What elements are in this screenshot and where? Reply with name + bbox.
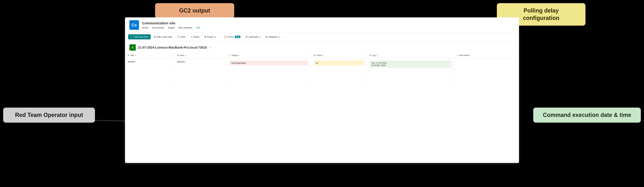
- integrate-icon: ⊞: [266, 36, 268, 38]
- col-ticker-icon: ⊞: [314, 54, 315, 56]
- export-label: Export: [207, 36, 214, 38]
- grid-icon: ⊞: [154, 36, 156, 38]
- row-title-value: random: [128, 60, 135, 63]
- share-icon: ↗: [190, 36, 192, 38]
- nav-documents[interactable]: Documents: [152, 26, 164, 29]
- integrate-label: Integrate: [268, 36, 277, 38]
- site-logo: Cs: [130, 20, 139, 30]
- table-container: ⊞ Title ∨ ⊞ Input ∨: [125, 52, 519, 83]
- export-icon: ⊞: [204, 36, 206, 38]
- add-new-item-button[interactable]: + + Add new item: [128, 34, 151, 40]
- share-button[interactable]: ↗ Share: [188, 34, 201, 40]
- col-header-ticker[interactable]: ⊞ Ticker ∨: [311, 52, 367, 58]
- cell-log: Sun, 21 Jul 202416:43:56 +0200: [367, 58, 454, 70]
- cell-empty-title: [125, 70, 174, 83]
- col-input-icon: ⊞: [177, 54, 179, 56]
- col-log-icon: ⊞: [370, 54, 371, 56]
- polling-delay-label: Polling delayconfiguration: [523, 7, 559, 21]
- undo-icon: ↺: [177, 36, 179, 38]
- automate-label: Automate: [248, 36, 258, 38]
- col-output-icon: ≡: [230, 54, 231, 56]
- forms-icon: 📋: [224, 36, 226, 38]
- add-column-label: Add column: [459, 54, 470, 56]
- col-ticker-label: Ticker: [316, 54, 322, 56]
- cell-log-inner: Sun, 21 Jul 202416:43:56 +0200: [370, 60, 452, 68]
- add-column-plus-icon: +: [457, 54, 458, 56]
- col-header-output[interactable]: ≡ Output ∨: [227, 52, 311, 58]
- edit-grid-label: Edit in grid view: [157, 36, 172, 38]
- gc2-output-callout: GC2 output: [155, 3, 234, 18]
- cell-empty-input: [174, 70, 227, 83]
- table-row-empty: [125, 70, 519, 83]
- row-output-value: lorenzograzian: [232, 62, 246, 64]
- site-header: Cs Communication site Home Documents Pag…: [125, 18, 519, 33]
- col-header-log[interactable]: ⊞ Log ∨: [367, 52, 454, 58]
- integrate-button[interactable]: ⊞ Integrate ∨: [264, 34, 282, 40]
- nav-pages[interactable]: Pages: [168, 26, 175, 29]
- integrate-chevron-icon: ∨: [278, 36, 280, 38]
- col-output-sort-icon: ∨: [239, 54, 240, 56]
- undo-button[interactable]: ↺ Undo: [175, 34, 187, 40]
- cell-output: lorenzograzian: [227, 58, 311, 70]
- red-team-label: Red Team Operator input: [15, 112, 83, 118]
- table-header-row: ⊞ Title ∨ ⊞ Input ∨: [125, 52, 519, 58]
- list-title: 21-07-2024-Lorenzo-MacBook-Pro.local-730…: [138, 46, 207, 49]
- forms-label: Forms: [228, 36, 234, 38]
- nav-home[interactable]: Home: [142, 26, 148, 29]
- automate-icon: ⚙: [246, 36, 248, 38]
- col-title-label: Title: [130, 54, 134, 56]
- cell-empty-output: [227, 70, 311, 83]
- col-output-label: Output: [232, 54, 238, 56]
- toolbar: + + Add new item ⊞ Edit in grid view ↺ U…: [125, 33, 519, 41]
- forms-button[interactable]: 📋 Forms New: [222, 34, 242, 40]
- cell-title: random: [125, 58, 174, 70]
- col-title-sort-icon: ∨: [135, 54, 136, 56]
- site-nav: Home Documents Pages Site contents Edit: [142, 26, 200, 29]
- col-input-label: Input: [180, 54, 184, 56]
- site-logo-initials: Cs: [132, 22, 137, 28]
- more-label: ...: [285, 36, 287, 38]
- plus-icon: +: [131, 36, 132, 38]
- nav-edit[interactable]: Edit: [196, 26, 200, 29]
- list-icon: ≡: [130, 44, 136, 51]
- edit-grid-button[interactable]: ⊞ Edit in grid view: [152, 34, 174, 40]
- list-header: ≡ 21-07-2024-Lorenzo-MacBook-Pro.local-7…: [125, 41, 519, 52]
- export-chevron-icon: ∨: [214, 36, 216, 38]
- list-doc-icon: ≡: [132, 46, 134, 49]
- sharepoint-panel: Cs Communication site Home Documents Pag…: [125, 18, 519, 163]
- row-log-value: Sun, 21 Jul 202416:43:56 +0200: [371, 62, 387, 66]
- automate-chevron-icon: ∨: [259, 36, 260, 38]
- command-execution-label: Command execution date & time: [543, 112, 631, 118]
- cell-ticker-inner: 10: [314, 60, 364, 66]
- cell-add-column-empty: [454, 58, 519, 70]
- col-header-input[interactable]: ⊞ Input ∨: [174, 52, 227, 58]
- row-input-value: whoami: [177, 60, 185, 63]
- col-input-sort-icon: ∨: [185, 54, 186, 56]
- add-new-item-label: + Add new item: [133, 36, 148, 38]
- list-table: ⊞ Title ∨ ⊞ Input ∨: [125, 52, 519, 83]
- col-title-icon: ⊞: [128, 54, 129, 56]
- automate-button[interactable]: ⚙ Automate ∨: [244, 34, 262, 40]
- col-header-title[interactable]: ⊞ Title ∨: [125, 52, 174, 58]
- forms-new-badge: New: [235, 36, 240, 38]
- more-button[interactable]: ...: [283, 34, 288, 40]
- col-log-sort-icon: ∨: [376, 54, 378, 56]
- col-ticker-sort-icon: ∨: [323, 54, 324, 56]
- export-button[interactable]: ⊞ Export ∨: [202, 34, 218, 40]
- site-title: Communication site: [142, 21, 200, 25]
- cell-empty-ticker: [311, 70, 367, 83]
- cell-empty-log: [367, 70, 454, 83]
- share-label: Share: [193, 36, 199, 38]
- command-execution-callout: Command execution date & time: [533, 108, 641, 122]
- undo-label: Undo: [180, 36, 185, 38]
- site-info: Communication site Home Documents Pages …: [142, 21, 200, 29]
- cell-output-inner: lorenzograzian: [230, 60, 308, 66]
- cell-input: whoami: [174, 58, 227, 70]
- red-team-callout: Red Team Operator input: [3, 108, 95, 122]
- gc2-output-label: GC2 output: [179, 7, 210, 14]
- table-row: random whoami lorenzograzian 10: [125, 58, 519, 70]
- cell-empty-add: [454, 70, 519, 83]
- favorite-star-icon[interactable]: ☆: [209, 46, 212, 49]
- nav-site-contents[interactable]: Site contents: [178, 26, 192, 29]
- col-header-add-column[interactable]: + Add column: [454, 52, 519, 58]
